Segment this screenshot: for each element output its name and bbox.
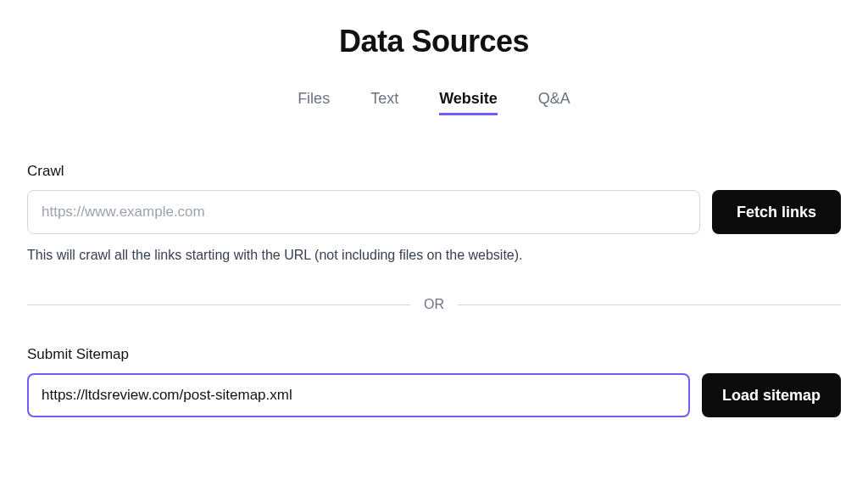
fetch-links-button[interactable]: Fetch links	[712, 190, 841, 234]
crawl-input-row: Fetch links	[27, 190, 841, 234]
or-divider: OR	[27, 297, 841, 312]
tabs-nav: Files Text Website Q&A	[27, 90, 841, 115]
tab-website[interactable]: Website	[439, 90, 498, 115]
sitemap-label: Submit Sitemap	[27, 346, 841, 363]
tab-qa[interactable]: Q&A	[538, 90, 570, 115]
load-sitemap-button[interactable]: Load sitemap	[702, 373, 841, 417]
tab-text[interactable]: Text	[370, 90, 398, 115]
sitemap-url-input[interactable]	[27, 373, 690, 417]
sitemap-input-row: Load sitemap	[27, 373, 841, 417]
crawl-help-text: This will crawl all the links starting w…	[27, 248, 841, 263]
crawl-url-input[interactable]	[27, 190, 700, 234]
crawl-section: Crawl Fetch links This will crawl all th…	[27, 163, 841, 263]
sitemap-section: Submit Sitemap Load sitemap	[27, 346, 841, 417]
tab-files[interactable]: Files	[298, 90, 330, 115]
page-title: Data Sources	[27, 24, 841, 59]
crawl-label: Crawl	[27, 163, 841, 180]
divider-text: OR	[417, 297, 451, 312]
